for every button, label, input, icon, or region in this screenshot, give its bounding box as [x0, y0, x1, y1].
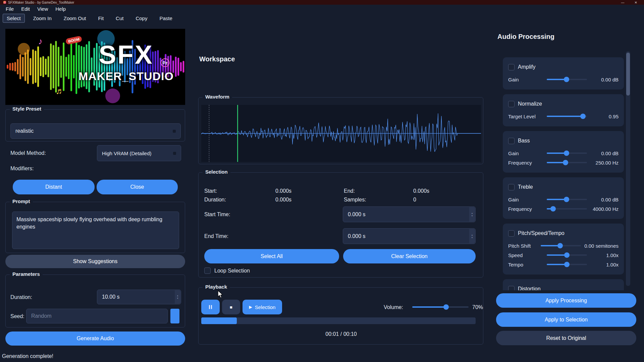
start-time-value[interactable] [348, 212, 471, 218]
effect-checkbox[interactable] [508, 138, 515, 144]
end-time-label: End Time: [204, 233, 228, 239]
effect-checkbox[interactable] [508, 101, 515, 107]
param-value: 0.00 dB [590, 197, 619, 202]
select-all-button[interactable]: Select All [204, 249, 339, 263]
generate-audio-button[interactable]: Generate Audio [5, 331, 185, 346]
tool-copy[interactable]: Copy [132, 14, 151, 22]
stop-button[interactable]: ■ [222, 300, 240, 314]
spinner-arrows[interactable]: ▲▼ [175, 290, 180, 304]
slider-fill [547, 254, 567, 256]
volume-slider-mount [412, 304, 469, 310]
param-label: Target Level [508, 114, 547, 119]
modifiers-label: Modifiers: [10, 166, 34, 172]
app-icon [3, 1, 6, 4]
tool-zoom-in[interactable]: Zoom In [30, 14, 55, 22]
menu-help[interactable]: Help [52, 5, 69, 12]
slider-handle[interactable] [580, 114, 586, 119]
prompt-textarea[interactable]: Massive spaceship slowly flying overhead… [12, 212, 179, 249]
scrollbar-thumb[interactable] [626, 53, 630, 96]
slider-handle[interactable] [564, 262, 570, 267]
effects-scrollbar[interactable] [626, 51, 630, 286]
model-method-label: Model Method: [10, 150, 46, 156]
end-time-input[interactable]: ▲▼ [343, 228, 476, 244]
effect-checkbox[interactable] [508, 184, 515, 190]
effect-card-bass: BassGain0.00 dBFrequency250.00 Hz [503, 131, 624, 173]
model-method-combo[interactable]: High VRAM (Detailed) [97, 145, 181, 161]
loop-selection-checkbox[interactable] [204, 267, 211, 274]
param-label: Tempo [508, 262, 547, 267]
param-slider[interactable] [547, 114, 587, 119]
slider-handle[interactable] [564, 197, 569, 202]
play-selection-button[interactable]: ▶ Selection [243, 300, 282, 314]
waveform-display[interactable] [201, 105, 481, 162]
modifier-close-button[interactable]: Close [97, 180, 178, 194]
param-slider[interactable] [547, 206, 587, 212]
param-slider[interactable] [547, 150, 587, 156]
tool-zoom-out[interactable]: Zoom Out [60, 14, 90, 22]
param-slider[interactable] [547, 197, 587, 202]
volume-slider[interactable] [412, 304, 469, 310]
start-time-input[interactable]: ▲▼ [343, 206, 476, 222]
effect-checkbox[interactable] [508, 230, 515, 237]
effect-param-row: Speed1.00x [508, 250, 619, 260]
start-value: 0.000s [275, 188, 291, 194]
param-slider[interactable] [547, 77, 587, 82]
start-time-label: Start Time: [204, 212, 230, 218]
seed-random-button[interactable] [170, 309, 179, 323]
end-time-value[interactable] [348, 233, 471, 239]
param-slider[interactable] [547, 252, 587, 258]
param-label: Gain [508, 77, 547, 82]
titlebar: SFXMaker Studio - by GameDev_ToolMaker —… [0, 0, 644, 5]
window-title: SFXMaker Studio - by GameDev_ToolMaker [8, 1, 74, 4]
duration-input[interactable]: ▲▼ [97, 290, 181, 304]
param-label: Gain [508, 197, 547, 202]
param-value: 1.00x [590, 252, 619, 258]
spinner-arrows[interactable]: ▲▼ [469, 229, 475, 243]
param-slider[interactable] [541, 243, 581, 248]
slider-handle[interactable] [564, 150, 569, 156]
tool-cut[interactable]: Cut [112, 14, 127, 22]
seed-input[interactable] [26, 309, 168, 323]
show-suggestions-button[interactable]: Show Suggestions [5, 255, 185, 268]
tool-fit[interactable]: Fit [94, 14, 107, 22]
effect-checkbox[interactable] [508, 286, 515, 291]
slider-handle[interactable] [443, 304, 449, 310]
effect-header: Normalize [508, 100, 619, 108]
pause-button[interactable] [201, 300, 220, 314]
clear-selection-button[interactable]: Clear Selection [343, 249, 476, 263]
duration-value[interactable] [102, 294, 176, 300]
minimize-button[interactable]: — [621, 1, 625, 4]
playback-progress-bar[interactable] [201, 317, 476, 324]
waveform-title: Waveform [203, 94, 232, 100]
slider-handle[interactable] [564, 77, 569, 82]
param-slider[interactable] [547, 262, 587, 267]
stop-icon: ■ [230, 305, 232, 310]
slider-fill [547, 264, 567, 265]
apply-processing-button[interactable]: Apply Processing [496, 293, 636, 308]
slider-handle[interactable] [557, 243, 563, 248]
effect-checkbox[interactable] [508, 64, 515, 70]
close-button[interactable]: ✕ [635, 1, 637, 4]
effect-param-row: Tempo1.00x [508, 260, 619, 269]
menu-edit[interactable]: Edit [17, 5, 34, 12]
app-logo: ♪ ♫ ♬ SFX MAKER_STUDIO BOOM Pz [5, 29, 185, 105]
style-preset-combo[interactable]: realistic [10, 123, 181, 139]
slider-handle[interactable] [563, 160, 568, 165]
reset-to-original-button[interactable]: Reset to Original [496, 331, 636, 345]
duration-label: Duration: [10, 294, 32, 300]
menu-file[interactable]: File [2, 5, 17, 12]
tool-select[interactable]: Select [3, 14, 25, 23]
effect-name: Treble [518, 184, 533, 190]
effect-header: Pitch/Speed/Tempo [508, 229, 619, 238]
dropdown-arrow-icon [173, 130, 176, 133]
seed-value[interactable] [31, 313, 163, 319]
spinner-arrows[interactable]: ▲▼ [469, 207, 475, 222]
slider-handle[interactable] [564, 252, 570, 258]
slider-handle[interactable] [550, 206, 556, 212]
modifier-distant-button[interactable]: Distant [13, 180, 95, 194]
menu-view[interactable]: View [34, 5, 52, 12]
apply-to-selection-button[interactable]: Apply to Selection [496, 312, 636, 327]
tool-paste[interactable]: Paste [156, 14, 176, 22]
param-slider[interactable] [547, 160, 587, 165]
param-label: Frequency [508, 160, 547, 166]
